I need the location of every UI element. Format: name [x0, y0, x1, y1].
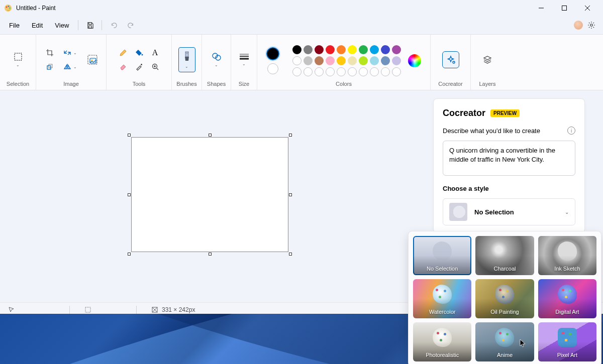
- style-dropdown[interactable]: No Selection ⌄: [443, 198, 575, 225]
- svg-rect-10: [15, 53, 22, 60]
- style-tile-oil-painting[interactable]: Oil Painting: [475, 279, 534, 318]
- resize-handle[interactable]: [289, 134, 292, 137]
- menu-edit[interactable]: Edit: [26, 19, 49, 32]
- redo-button[interactable]: [122, 18, 139, 33]
- color-swatch[interactable]: [348, 45, 357, 54]
- save-button[interactable]: [81, 18, 98, 33]
- svg-point-25: [453, 61, 455, 63]
- color-swatch-empty[interactable]: [392, 67, 401, 76]
- color-swatch-empty[interactable]: [359, 67, 368, 76]
- style-tile-charcoal[interactable]: Charcoal: [475, 236, 534, 275]
- color-swatch-empty[interactable]: [292, 67, 301, 76]
- image-import-tool[interactable]: [85, 47, 100, 72]
- selection-size-icon: [85, 307, 91, 313]
- resize-handle[interactable]: [209, 134, 212, 137]
- color-swatch[interactable]: [370, 45, 379, 54]
- style-tile-digital-art[interactable]: Digital Art: [538, 279, 596, 318]
- menu-view[interactable]: View: [49, 19, 75, 32]
- user-avatar[interactable]: [574, 21, 583, 30]
- cocreator-button[interactable]: [442, 51, 459, 68]
- svg-rect-5: [562, 6, 567, 11]
- size-tool[interactable]: ⌄: [236, 47, 253, 72]
- resize-handle[interactable]: [209, 253, 212, 256]
- maximize-button[interactable]: [553, 0, 576, 16]
- divider: [102, 20, 102, 30]
- fill-tool[interactable]: [132, 46, 147, 59]
- color-swatch[interactable]: [381, 45, 390, 54]
- color-swatch-empty[interactable]: [315, 67, 324, 76]
- magnifier-tool[interactable]: [148, 60, 163, 73]
- close-button[interactable]: [576, 0, 599, 16]
- resize-tool[interactable]: ⌄: [60, 46, 81, 59]
- color-swatch[interactable]: [337, 45, 346, 54]
- prompt-input[interactable]: Q unicorn driving a convertible in the m…: [443, 141, 575, 176]
- color-primary[interactable]: [266, 47, 279, 60]
- color-swatch[interactable]: [348, 56, 357, 65]
- flip-tool[interactable]: ⌄: [60, 60, 81, 73]
- ribbon-label-image: Image: [63, 81, 79, 87]
- canvas-size-icon: [152, 307, 158, 313]
- text-tool[interactable]: A: [148, 46, 163, 59]
- color-picker-tool[interactable]: [132, 60, 147, 73]
- color-swatch[interactable]: [326, 45, 335, 54]
- ribbon-group-selection: ⌄ Selection: [0, 35, 36, 90]
- color-swatch[interactable]: [315, 45, 324, 54]
- resize-handle[interactable]: [289, 193, 292, 196]
- ribbon-group-tools: A Tools: [107, 35, 172, 90]
- style-tile-watercolor[interactable]: Watercolor: [413, 279, 471, 318]
- color-swatch-empty[interactable]: [304, 67, 313, 76]
- color-swatch[interactable]: [292, 45, 301, 54]
- color-swatch[interactable]: [292, 56, 301, 65]
- rotate-tool[interactable]: [42, 60, 57, 73]
- style-tile-no-selection[interactable]: No Selection: [413, 236, 471, 275]
- color-swatch[interactable]: [359, 56, 368, 65]
- resize-handle[interactable]: [128, 134, 131, 137]
- color-swatch[interactable]: [304, 45, 313, 54]
- color-swatch[interactable]: [326, 56, 335, 65]
- color-picker-button[interactable]: [408, 54, 421, 67]
- color-swatch-empty[interactable]: [370, 67, 379, 76]
- color-secondary[interactable]: [267, 63, 278, 74]
- window-title: Untitled - Paint: [16, 5, 530, 12]
- settings-button[interactable]: [583, 18, 600, 33]
- undo-button[interactable]: [105, 18, 122, 33]
- divider: [69, 306, 70, 314]
- color-swatch[interactable]: [359, 45, 368, 54]
- svg-rect-26: [85, 307, 90, 312]
- ribbon-label-cocreator: Cocreator: [438, 81, 462, 87]
- color-swatch[interactable]: [304, 56, 313, 65]
- pencil-tool[interactable]: [116, 46, 131, 59]
- color-swatch-empty[interactable]: [348, 67, 357, 76]
- resize-handle[interactable]: [128, 193, 131, 196]
- eraser-tool[interactable]: [116, 60, 131, 73]
- menu-file[interactable]: File: [3, 19, 26, 32]
- style-tile-pixel-art[interactable]: Pixel Art: [538, 322, 596, 361]
- color-swatch[interactable]: [392, 45, 401, 54]
- selection-tool[interactable]: ⌄: [10, 47, 27, 72]
- choose-style-label: Choose a style: [443, 185, 575, 192]
- canvas[interactable]: [131, 137, 288, 252]
- ribbon-label-tools: Tools: [133, 81, 146, 87]
- shapes-tool[interactable]: ⌄: [208, 47, 225, 72]
- resize-handle[interactable]: [128, 253, 131, 256]
- color-swatch[interactable]: [337, 56, 346, 65]
- color-swatch[interactable]: [392, 56, 401, 65]
- minimize-button[interactable]: [530, 0, 553, 16]
- layers-button[interactable]: [479, 51, 496, 68]
- info-icon[interactable]: i: [567, 127, 575, 135]
- brushes-tool[interactable]: ⌄: [178, 47, 195, 72]
- crop-tool[interactable]: [42, 46, 57, 59]
- ribbon-group-colors: Colors: [257, 35, 431, 90]
- style-tile-photorealistic[interactable]: Photorealistic: [413, 322, 471, 361]
- color-swatch-empty[interactable]: [337, 67, 346, 76]
- svg-point-3: [9, 8, 11, 9]
- chevron-down-icon: ⌄: [185, 64, 188, 69]
- color-swatch[interactable]: [370, 56, 379, 65]
- color-swatch[interactable]: [381, 56, 390, 65]
- divider: [78, 20, 78, 30]
- style-tile-ink-sketch[interactable]: Ink Sketch: [538, 236, 596, 275]
- color-swatch-empty[interactable]: [326, 67, 335, 76]
- color-swatch-empty[interactable]: [381, 67, 390, 76]
- resize-handle[interactable]: [289, 253, 292, 256]
- color-swatch[interactable]: [315, 56, 324, 65]
